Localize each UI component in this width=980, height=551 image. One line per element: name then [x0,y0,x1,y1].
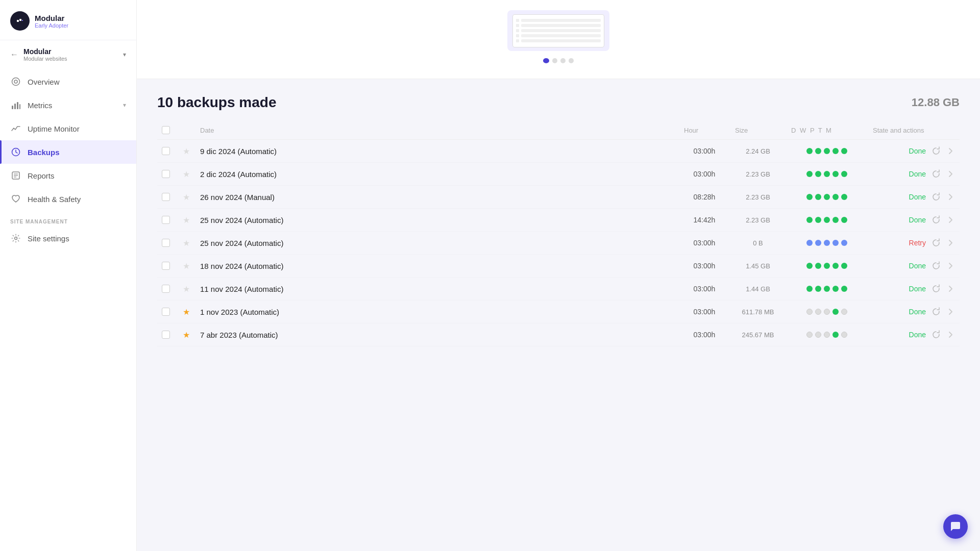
state-actions: Done [873,307,954,317]
sidebar-item-uptime[interactable]: Uptime Monitor [0,117,136,140]
row-checkbox[interactable] [162,262,170,270]
svg-rect-3 [22,20,23,21]
row-checkbox[interactable] [162,308,170,316]
logo-icon [10,11,30,31]
chat-button[interactable] [943,514,968,539]
star-cell[interactable]: ★ [178,163,195,186]
sidebar-item-reports[interactable]: Reports [0,164,136,187]
restore-icon[interactable] [931,146,941,156]
workspace-selector[interactable]: ← Modular Modular websites ▾ [0,40,136,67]
table-row: ★2 dic 2024 (Automatic)03:00h2.23 GB Don… [157,163,960,186]
select-all-checkbox[interactable] [162,126,170,134]
sidebar-item-health[interactable]: Health & Safety [0,187,136,211]
star-empty-icon[interactable]: ★ [183,216,190,224]
expand-icon[interactable] [946,147,954,155]
svg-point-15 [15,237,17,240]
star-filled-icon[interactable]: ★ [183,331,190,339]
state-label: Done [909,262,926,270]
sidebar-item-backups[interactable]: Backups [0,140,136,164]
star-filled-icon[interactable]: ★ [183,308,190,316]
logo-name: Modular [35,14,68,22]
carousel-preview [507,10,609,51]
star-empty-icon[interactable]: ★ [183,147,190,156]
backup-hour: 08:28h [694,193,716,201]
backup-size: 2.23 GB [746,193,770,201]
status-dot-2 [824,148,830,154]
reports-icon [10,170,21,181]
status-dot-3 [832,286,839,292]
restore-icon[interactable] [931,215,941,225]
back-arrow-icon[interactable]: ← [10,50,18,59]
backup-hour: 03:00h [694,331,716,339]
sidebar-label-reports: Reports [28,171,55,180]
restore-icon[interactable] [931,238,941,248]
expand-icon[interactable] [946,239,954,247]
backup-size: 1.45 GB [746,262,770,270]
expand-icon[interactable] [946,331,954,339]
dots-group [791,263,863,269]
sidebar-item-overview[interactable]: Overview [0,70,136,93]
restore-icon[interactable] [931,284,941,294]
row-checkbox[interactable] [162,285,170,293]
expand-icon[interactable] [946,216,954,224]
restore-icon[interactable] [931,192,941,202]
row-checkbox[interactable] [162,170,170,178]
metrics-icon [10,99,21,111]
svg-rect-6 [12,106,13,109]
status-dot-2 [824,217,830,223]
star-cell[interactable]: ★ [178,278,195,300]
status-dot-2 [824,171,830,177]
star-empty-icon[interactable]: ★ [183,262,190,270]
status-dot-4 [841,194,847,200]
star-empty-icon[interactable]: ★ [183,239,190,247]
star-cell[interactable]: ★ [178,323,195,346]
status-dot-3 [832,171,839,177]
expand-icon[interactable] [946,170,954,178]
status-dot-1 [815,240,821,246]
star-empty-icon[interactable]: ★ [183,285,190,293]
carousel-dot-3[interactable] [560,58,566,63]
state-label: Done [909,193,926,201]
state-actions: Done [873,146,954,156]
star-empty-icon[interactable]: ★ [183,193,190,202]
backup-date: 25 nov 2024 (Automatic) [200,239,283,247]
status-dot-3 [832,194,839,200]
row-checkbox[interactable] [162,216,170,224]
sidebar-item-metrics[interactable]: Metrics ▾ [0,93,136,117]
star-empty-icon[interactable]: ★ [183,170,190,179]
backup-hour: 03:00h [694,170,716,178]
state-label: Done [909,216,926,224]
star-cell[interactable]: ★ [178,186,195,209]
row-checkbox[interactable] [162,239,170,247]
backup-size: 1.44 GB [746,285,770,293]
star-cell[interactable]: ★ [178,300,195,323]
workspace-name: Modular [23,47,67,56]
star-cell[interactable]: ★ [178,209,195,232]
table-row: ★25 nov 2024 (Automatic)03:00h0 B Retry [157,232,960,255]
status-dot-4 [841,309,847,315]
carousel-dot-4[interactable] [569,58,574,63]
expand-icon[interactable] [946,285,954,293]
expand-icon[interactable] [946,308,954,316]
sidebar-item-site-settings[interactable]: Site settings [0,227,136,250]
star-cell[interactable]: ★ [178,255,195,278]
expand-icon[interactable] [946,193,954,201]
row-checkbox[interactable] [162,147,170,155]
restore-icon[interactable] [931,169,941,179]
state-actions: Done [873,330,954,340]
row-checkbox[interactable] [162,331,170,339]
restore-icon[interactable] [931,261,941,271]
restore-icon[interactable] [931,330,941,340]
table-row: ★26 nov 2024 (Manual)08:28h2.23 GB Done [157,186,960,209]
status-dot-3 [832,240,839,246]
star-cell[interactable]: ★ [178,232,195,255]
backup-hour: 03:00h [694,262,716,270]
restore-icon[interactable] [931,307,941,317]
status-dot-3 [832,148,839,154]
row-checkbox[interactable] [162,193,170,201]
status-dot-0 [806,309,813,315]
carousel-dot-2[interactable] [552,58,557,63]
carousel-dot-1[interactable] [543,58,549,63]
expand-icon[interactable] [946,262,954,270]
star-cell[interactable]: ★ [178,140,195,163]
